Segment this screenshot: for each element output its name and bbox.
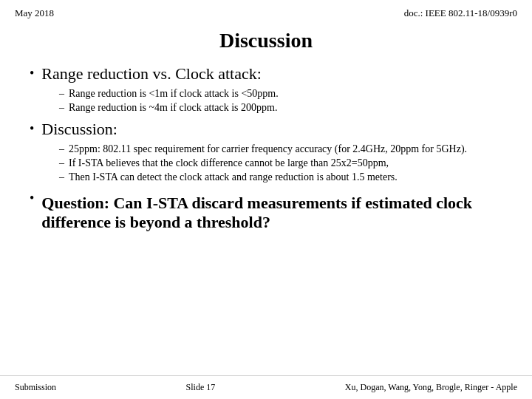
dash-icon: – [59,171,64,183]
header-doc: doc.: IEEE 802.11-18/0939r0 [404,7,517,19]
section1-title: Range reduction vs. Clock attack: [41,64,262,83]
section1-sub2: – Range reduction is ~4m if clock attack… [59,102,502,114]
footer-center: Slide 17 [186,382,216,393]
section3-title: Question: Can I-STA discard measurements… [41,194,502,232]
section1-sub1: – Range reduction is <1m if clock attack… [59,88,502,100]
header-date: May 2018 [15,7,54,19]
footer-right: Xu, Dogan, Wang, Yong, Brogle, Ringer - … [345,382,517,393]
bullet-icon-3: • [30,191,34,206]
section2-sub1: – 25ppm: 802.11 spec requirement for car… [59,143,502,155]
section2-sub3: – Then I-STA can detect the clock attack… [59,171,502,183]
section2-sub2: – If I-STA believes that the clock diffe… [59,157,502,169]
page-title: Discussion [0,23,532,64]
main-content: • Range reduction vs. Clock attack: – Ra… [0,64,532,232]
bullet-icon-2: • [30,121,34,137]
section1-subbullets: – Range reduction is <1m if clock attack… [30,88,502,114]
bullet-icon-1: • [30,66,34,81]
section2-subbullets: – 25ppm: 802.11 spec requirement for car… [30,143,502,183]
dash-icon: – [59,102,64,114]
section2-title: Discussion: [41,120,117,139]
dash-icon: – [59,157,64,169]
footer-left: Submission [15,382,56,393]
section3-header: • Question: Can I-STA discard measuremen… [30,189,502,232]
dash-icon: – [59,143,64,155]
dash-icon: – [59,88,64,100]
footer: Submission Slide 17 Xu, Dogan, Wang, Yon… [0,375,532,399]
section1-header: • Range reduction vs. Clock attack: [30,64,502,83]
section2-header: • Discussion: [30,120,502,139]
header: May 2018 doc.: IEEE 802.11-18/0939r0 [0,0,532,23]
